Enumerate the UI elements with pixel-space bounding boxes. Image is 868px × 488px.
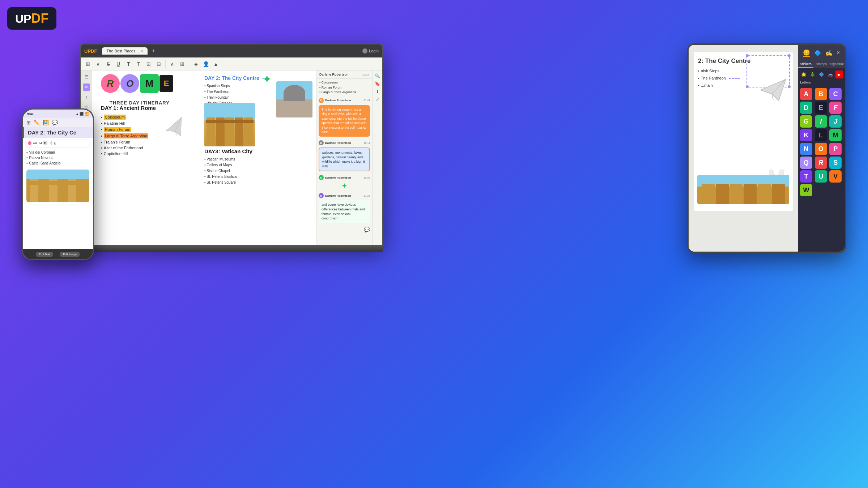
sticker-tool-signature[interactable]: ✍: [825, 50, 833, 56]
sticker-letter-b[interactable]: B: [815, 88, 827, 100]
recent-sticker-3[interactable]: 🔷: [818, 70, 825, 78]
day1-item-trajan: Trajan's Forum: [101, 139, 202, 145]
sticker-tool-emoji[interactable]: 😊: [803, 49, 810, 57]
tablet-paper-plane: [759, 77, 788, 104]
tab-signature[interactable]: Signature: [829, 61, 845, 68]
stickers-toolbar: 😊 🔷 ✍ ×: [798, 45, 845, 61]
sticker-letter-q[interactable]: Q: [800, 157, 812, 169]
day3-heading: DAY3: Vatican City: [204, 148, 277, 154]
edit-image-button[interactable]: Edit Image: [60, 252, 80, 257]
reply-area: 💬: [316, 225, 372, 234]
pdf-toolbar: ⊞ ∧ S̶ U̲ T T ⊡ ⊟ ∧ ⊞ ◈ 👤 ▲: [81, 57, 382, 70]
phone-list-item-2: Piazza Navona: [26, 155, 89, 160]
recent-stickers: 🌟 🎄 🔷 🚗 ▶: [798, 68, 845, 79]
toolbar-icon-text[interactable]: ∧: [94, 60, 102, 68]
phone-list-item-1: Via dei Coronari: [26, 150, 89, 155]
sticker-letter-c[interactable]: C: [829, 88, 842, 100]
toolbar-icon-list[interactable]: ⊟: [154, 60, 163, 68]
sticker-letter-n[interactable]: N: [800, 143, 812, 155]
sticker-letter-s[interactable]: S: [829, 157, 842, 169]
letters-section-title: Letters: [798, 79, 845, 85]
tab-stickers[interactable]: Stickers: [798, 61, 813, 68]
updf-logo: UPDF: [7, 7, 56, 30]
sticker-letter-e[interactable]: E: [815, 102, 827, 114]
toolbar-icon-underline[interactable]: U̲: [114, 60, 123, 68]
toolbar-icon-box[interactable]: ⊡: [144, 60, 153, 68]
phone-list: Via dei Coronari Piazza Navona Castel Sa…: [23, 148, 93, 167]
phone-building-image: [26, 170, 89, 202]
sidebar-icon-upload[interactable]: ↑: [83, 94, 90, 101]
laptop-main-area: ☰ ✏ ↑ ⇧ ✓ R O M E THREE DAY ITINERARY: [81, 70, 382, 246]
sticker-letter-f[interactable]: F: [829, 102, 842, 114]
toolbar-divider-1: [165, 60, 166, 68]
phone-toolbar-icon2[interactable]: ✏️: [34, 120, 40, 125]
day1-item-capitoline: Capitoline Hill: [101, 151, 202, 157]
recent-sticker-4[interactable]: 🚗: [826, 70, 834, 78]
comment-2-bubble: The hindwing usually has a single anal v…: [319, 105, 370, 137]
sticker-letter-l[interactable]: L: [815, 129, 827, 141]
reply-icon[interactable]: 💬: [364, 227, 370, 232]
phone-toolbar-icon1[interactable]: ⊞: [26, 120, 31, 125]
recent-sticker-2[interactable]: 🎄: [809, 70, 816, 78]
sticker-letter-p[interactable]: P: [829, 143, 842, 155]
comment-header-5: D Darlene Robertson 17:24: [316, 192, 372, 198]
edit-text-button[interactable]: Edit Text: [36, 252, 53, 257]
sidebar-icon-menu[interactable]: ☰: [83, 73, 90, 81]
pdf-content: R O M E THREE DAY ITINERARY ✦ DAY 2: The…: [92, 70, 316, 246]
toolbar-icon-user[interactable]: 👤: [201, 60, 210, 68]
tablet-pdf-area: 2: The City Centre nish Steps The Panthe…: [689, 45, 798, 252]
bookmark-icon[interactable]: 🔖: [375, 81, 380, 86]
laptop-updf-logo: UPDF: [84, 48, 97, 54]
sticker-letter-h[interactable]: I: [815, 115, 827, 128]
sticker-letter-g[interactable]: G: [800, 115, 812, 128]
ancient-building-image: [204, 103, 255, 146]
day1-section: DAY 1: Ancient Rome Colosseum Palatine H…: [101, 105, 202, 157]
recent-sticker-5[interactable]: ▶: [835, 70, 843, 78]
phone-bottom-bar: Edit Text Edit Image: [23, 249, 93, 259]
recent-sticker-1[interactable]: 🌟: [800, 70, 807, 78]
sticker-letter-o[interactable]: O: [815, 143, 827, 155]
day1-item-altar: Altar of the Fatherland: [101, 145, 202, 151]
toolbar-icon-font[interactable]: T: [124, 60, 133, 68]
tablet-pdf-content: 2: The City Centre nish Steps The Panthe…: [694, 52, 793, 211]
tab-close-button[interactable]: ×: [141, 49, 143, 53]
toolbar-icon-image[interactable]: ⊞: [178, 60, 187, 68]
sticker-letter-k[interactable]: K: [800, 129, 812, 141]
sticker-letter-m[interactable]: M: [829, 129, 842, 141]
sticker-letter-r[interactable]: R: [815, 157, 827, 169]
sticker-tool-stamp[interactable]: 🔷: [814, 50, 821, 56]
tab-stamps[interactable]: Stamps: [813, 61, 829, 68]
phone-text-toolbar: Aa 14 B I U: [26, 140, 90, 147]
check-icon[interactable]: ✓: [376, 97, 379, 102]
toolbar-icon-textbox[interactable]: T: [134, 60, 143, 68]
sticker-letter-w[interactable]: W: [800, 184, 812, 196]
search-icon[interactable]: 🔍: [375, 73, 380, 78]
rome-letter-o: O: [120, 74, 139, 93]
sticker-letter-u[interactable]: U: [815, 170, 827, 183]
logo-text: UPDF: [15, 12, 48, 25]
sticker-letter-d[interactable]: D: [800, 102, 812, 114]
day3-section: DAY3: Vatican City • Vatican Museums • G…: [204, 148, 277, 185]
sticker-letter-j[interactable]: J: [829, 115, 842, 128]
toolbar-icon-arrow[interactable]: ∧: [168, 60, 176, 68]
phone-toolbar-icon3[interactable]: 🖼️: [43, 120, 49, 125]
new-tab-button[interactable]: +: [150, 48, 157, 54]
sticker-letter-v[interactable]: V: [829, 170, 842, 183]
sidebar-icon-pen[interactable]: ✏: [83, 84, 90, 91]
pdf-tab[interactable]: The Best Places... ×: [102, 47, 147, 55]
toolbar-icon-strikethrough[interactable]: S̶: [104, 60, 112, 68]
sticker-letter-a[interactable]: A: [800, 88, 812, 100]
laptop-device: UPDF The Best Places... × + Login ⊞ ∧ S̶…: [80, 43, 383, 267]
share-icon[interactable]: ⬆: [376, 89, 379, 94]
sticker-letter-t[interactable]: T: [800, 170, 812, 183]
day1-heading: DAY 1: Ancient Rome: [101, 105, 202, 111]
toolbar-icon-zoom[interactable]: ◈: [191, 60, 200, 68]
phone-toolbar-icon4[interactable]: 💬: [52, 120, 58, 125]
stickers-tabs: Stickers Stamps Signature: [798, 61, 845, 68]
login-button[interactable]: Login: [362, 48, 379, 53]
toolbar-icon-view[interactable]: ⊞: [84, 60, 92, 68]
phone-device: 9:41 ▲ ⬛ 📶 ⊞ ✏️ 🖼️ 💬 DAY 2: The City Ce …: [22, 108, 94, 260]
toolbar-icon-color[interactable]: ▲: [212, 60, 220, 68]
sticker-tool-close[interactable]: ×: [837, 50, 840, 56]
comment-header-1: Darlene Robertson 15:34: [316, 70, 372, 79]
